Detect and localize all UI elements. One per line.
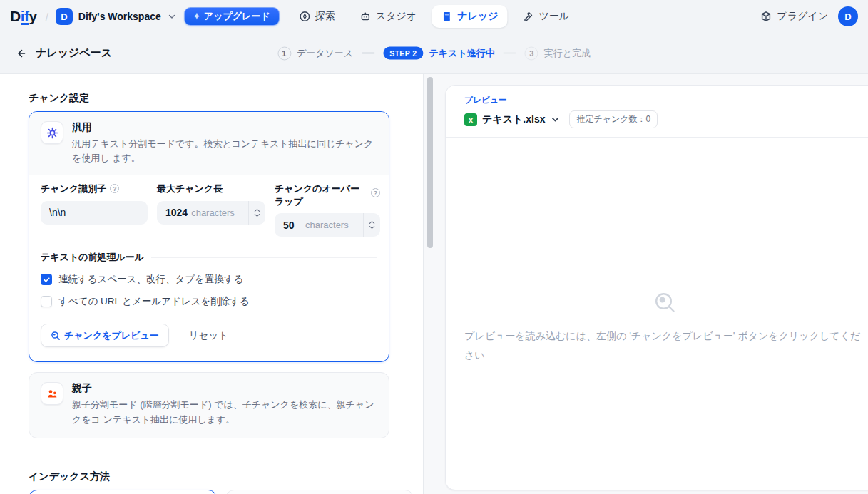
preview-chunks-button[interactable]: チャンクをプレビュー — [41, 324, 169, 347]
field-chunk-overlap: チャンクのオーバーラップ ? 50 characters — [275, 182, 380, 237]
user-avatar[interactable]: D — [838, 6, 858, 26]
general-mode-header: 汎用 汎用テキスト分割モードです。検索とコンテキスト抽出に同じチャンクを使用し … — [29, 112, 389, 175]
step-connector — [362, 53, 374, 54]
overlap-input[interactable]: 50 characters — [275, 213, 380, 237]
chunk-settings-panel: チャンク設定 汎用 汎用テキスト分割モードです。検索とコンテキスト抽出に同じチャ… — [0, 74, 424, 494]
rule-label: すべての URL とメールアドレスを削除する — [58, 295, 250, 308]
page-header: ナレッジベース 1 データソース STEP 2 テキスト進行中 3 実行と完成 — [0, 33, 868, 74]
help-icon[interactable]: ? — [371, 188, 380, 197]
nav-item-studio[interactable]: スタジオ — [350, 5, 426, 28]
workspace-name: Dify's Workspace — [78, 11, 161, 22]
parent-child-icon — [41, 382, 63, 405]
overlap-unit: characters — [305, 220, 349, 230]
parent-child-mode-card[interactable]: 親子 親子分割モード (階層分割モード) では、子チャンクを検索に、親チャンクを… — [29, 372, 389, 438]
step-3: 3 実行と完成 — [525, 46, 591, 60]
general-mode-card[interactable]: 汎用 汎用テキスト分割モードです。検索とコンテキスト抽出に同じチャンクを使用し … — [29, 111, 389, 362]
preprocessing-rules-title: テキストの前処理ルール — [41, 251, 144, 264]
reset-button[interactable]: リセット — [179, 325, 238, 346]
general-mode-body: チャンク識別子 ? 最大チャンク長 1024 — [29, 175, 389, 361]
chevron-down-icon — [167, 11, 177, 21]
preview-file-selector[interactable]: x テキスト.xlsx — [464, 113, 561, 126]
magnifier-eye-icon — [653, 291, 678, 315]
preview-area: プレビュー x テキスト.xlsx 推定チャンク数：0 — [424, 74, 868, 494]
step-connector — [504, 53, 516, 54]
preview-empty-message: プレビューを読み込むには、左側の 'チャンクをプレビュー' ボタンをクリックして… — [464, 326, 866, 365]
preview-chunks-label: チャンクをプレビュー — [64, 329, 159, 342]
logo-text: y — [29, 8, 37, 25]
nav-item-explore[interactable]: 探索 — [290, 5, 344, 28]
preview-file-name: テキスト.xlsx — [482, 113, 545, 126]
page-title: ナレッジベース — [36, 46, 112, 60]
preview-header: プレビュー x テキスト.xlsx 推定チャンク数：0 — [446, 86, 868, 138]
workspace-avatar: D — [56, 8, 73, 25]
divider — [29, 456, 389, 456]
step-3-label: 実行と完成 — [544, 47, 591, 60]
help-icon[interactable]: ? — [110, 184, 119, 193]
checkbox-checked[interactable] — [41, 274, 52, 285]
nav-label: スタジオ — [376, 10, 417, 23]
step-3-number: 3 — [525, 46, 538, 60]
general-mode-title: 汎用 — [72, 121, 377, 134]
step-2-label: テキスト進行中 — [429, 47, 495, 60]
max-length-value: 1024 — [165, 207, 188, 218]
upgrade-button[interactable]: ✦ アップグレード — [184, 7, 280, 26]
gear-icon — [41, 121, 63, 144]
nav-label: 探索 — [315, 10, 335, 23]
rule-delete-urls[interactable]: すべての URL とメールアドレスを削除する — [41, 295, 377, 308]
rule-replace-whitespace[interactable]: 連続するスペース、改行、タブを置換する — [41, 273, 377, 286]
step-indicator: 1 データソース STEP 2 テキスト進行中 3 実行と完成 — [277, 46, 591, 60]
step-1-number: 1 — [277, 46, 291, 60]
preview-title: プレビュー — [464, 95, 866, 106]
nav-item-plugins[interactable]: プラグイン — [760, 10, 828, 23]
compass-icon — [299, 11, 310, 22]
delimiter-input[interactable] — [41, 207, 148, 218]
main-content: チャンク設定 汎用 汎用テキスト分割モードです。検索とコンテキスト抽出に同じチャ… — [0, 74, 868, 494]
max-length-unit: characters — [191, 207, 235, 218]
chunk-settings-title: チャンク設定 — [29, 92, 389, 105]
nav-label: プラグイン — [777, 10, 828, 23]
field-max-chunk-length: 最大チャンク長 1024 characters — [157, 182, 265, 225]
dify-logo[interactable]: Dify — [10, 8, 37, 26]
nav-label: ナレッジ — [457, 10, 498, 23]
step-2-badge: STEP 2 — [383, 47, 423, 60]
chevron-down-icon — [550, 114, 561, 125]
step-1: 1 データソース — [277, 46, 353, 60]
workspace-selector[interactable]: D Dify's Workspace — [56, 8, 177, 25]
nav-label: ツール — [538, 10, 569, 23]
overlap-stepper[interactable] — [363, 213, 380, 237]
nav-item-knowledge[interactable]: ナレッジ — [432, 5, 507, 28]
general-mode-description: 汎用テキスト分割モードです。検索とコンテキスト抽出に同じチャンクを使用し ます。 — [72, 137, 377, 165]
max-length-input[interactable]: 1024 characters — [157, 201, 265, 225]
overlap-value: 50 — [283, 220, 302, 231]
magnifier-eye-icon — [51, 331, 61, 341]
max-length-stepper[interactable] — [248, 201, 265, 225]
estimated-chunk-count-badge: 推定チャンク数：0 — [569, 110, 658, 128]
field-delimiter: チャンク識別子 ? — [41, 182, 148, 225]
divider — [151, 257, 377, 258]
rule-label: 連続するスペース、改行、タブを置換する — [58, 273, 244, 286]
robot-icon — [359, 11, 371, 22]
index-method-title: インデックス方法 — [29, 470, 389, 483]
xlsx-file-icon: x — [464, 113, 477, 126]
parent-child-title: 親子 — [72, 382, 377, 395]
index-high-quality-card[interactable]: 高品質 推奨 埋め込みモデルを呼び出してド キュメントを処理し、より正確 — [29, 490, 217, 494]
checkbox-unchecked[interactable] — [41, 296, 52, 307]
index-economical-card[interactable]: 経済的 検索時にチャンクあたり 10 個 のキーワードを使用すること — [225, 490, 414, 494]
logo-text-accent: if — [21, 10, 29, 26]
upgrade-label: アップグレード — [204, 10, 270, 23]
back-button[interactable] — [11, 44, 30, 63]
preview-card: プレビュー x テキスト.xlsx 推定チャンク数：0 — [445, 85, 868, 490]
max-length-label: 最大チャンク長 — [157, 182, 223, 195]
logo-text: D — [10, 8, 21, 25]
overlap-label: チャンクのオーバーラップ — [275, 182, 362, 207]
hammer-icon — [522, 11, 533, 22]
parent-child-description: 親子分割モード (階層分割モード) では、子チャンクを検索に、親チャンクをコ ン… — [72, 398, 377, 426]
nav-item-tools[interactable]: ツール — [513, 5, 578, 28]
breadcrumb-separator: / — [46, 11, 48, 23]
sparkle-icon: ✦ — [193, 11, 200, 21]
top-bar: Dify / D Dify's Workspace ✦ アップグレード 探索 ス… — [0, 0, 868, 33]
book-icon — [441, 11, 452, 22]
package-icon — [760, 11, 772, 22]
step-2: STEP 2 テキスト進行中 — [383, 47, 495, 60]
delimiter-label: チャンク識別子 — [41, 182, 106, 195]
